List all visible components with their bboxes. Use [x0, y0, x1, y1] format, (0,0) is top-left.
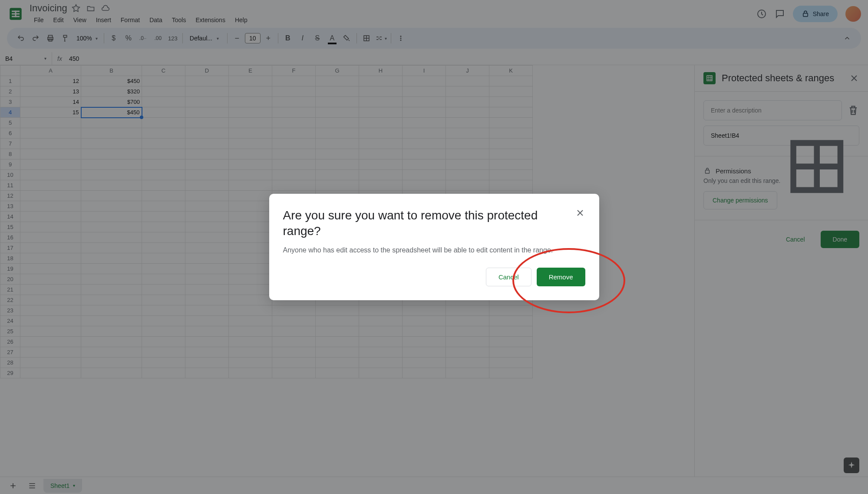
modal-overlay: Are you sure you want to remove this pro… — [0, 0, 868, 494]
modal-close-button[interactable] — [575, 208, 585, 218]
modal-text: Anyone who has edit access to the spread… — [283, 245, 585, 255]
modal-cancel-button[interactable]: Cancel — [486, 268, 531, 286]
confirm-modal: Are you sure you want to remove this pro… — [269, 194, 599, 301]
modal-actions: Cancel Remove — [283, 268, 585, 286]
modal-title: Are you sure you want to remove this pro… — [283, 208, 585, 239]
modal-remove-button[interactable]: Remove — [537, 268, 585, 286]
